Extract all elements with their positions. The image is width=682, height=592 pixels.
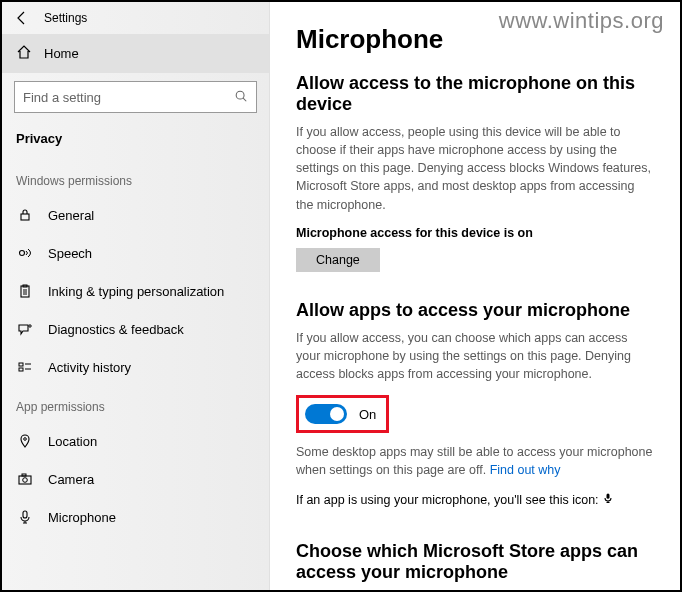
search-icon <box>234 89 248 106</box>
sidebar-item-camera[interactable]: Camera <box>2 460 269 498</box>
sidebar-item-diagnostics[interactable]: Diagnostics & feedback <box>2 310 269 348</box>
sidebar-item-label: Speech <box>48 246 92 261</box>
sidebar-item-label: General <box>48 208 94 223</box>
back-icon[interactable] <box>14 10 30 26</box>
sidebar-item-label: Location <box>48 434 97 449</box>
sidebar-item-label: Camera <box>48 472 94 487</box>
speech-icon <box>16 245 34 261</box>
svg-rect-19 <box>607 494 610 499</box>
toggle-label: On <box>359 407 376 422</box>
section3-heading: Choose which Microsoft Store apps can ac… <box>296 541 654 583</box>
svg-point-3 <box>20 251 25 256</box>
apps-access-toggle[interactable] <box>305 404 347 424</box>
home-nav[interactable]: Home <box>2 34 269 73</box>
app-title: Settings <box>44 11 87 25</box>
sidebar-item-label: Diagnostics & feedback <box>48 322 184 337</box>
toggle-highlight: On <box>296 395 389 433</box>
microphone-icon <box>16 509 34 525</box>
svg-rect-11 <box>19 368 23 371</box>
section1-heading: Allow access to the microphone on this d… <box>296 73 654 115</box>
group-windows-permissions: Windows permissions <box>2 160 269 196</box>
sidebar-item-label: Inking & typing personalization <box>48 284 224 299</box>
sidebar-item-speech[interactable]: Speech <box>2 234 269 272</box>
camera-icon <box>16 471 34 487</box>
location-icon <box>16 433 34 449</box>
sidebar-item-activity[interactable]: Activity history <box>2 348 269 386</box>
sidebar-item-general[interactable]: General <box>2 196 269 234</box>
change-button[interactable]: Change <box>296 248 380 272</box>
category-label: Privacy <box>2 121 269 160</box>
clipboard-icon <box>16 283 34 299</box>
svg-point-0 <box>236 91 244 99</box>
sidebar-item-inking[interactable]: Inking & typing personalization <box>2 272 269 310</box>
in-use-note: If an app is using your microphone, you'… <box>296 491 654 510</box>
main-content: Microphone Allow access to the microphon… <box>270 2 680 590</box>
sidebar-item-location[interactable]: Location <box>2 422 269 460</box>
sidebar-item-label: Activity history <box>48 360 131 375</box>
lock-icon <box>16 207 34 223</box>
page-title: Microphone <box>296 24 654 55</box>
svg-line-1 <box>243 98 246 101</box>
microphone-indicator-icon <box>602 491 614 510</box>
svg-point-14 <box>24 438 27 441</box>
home-label: Home <box>44 46 79 61</box>
desktop-apps-note: Some desktop apps may still be able to a… <box>296 443 654 479</box>
feedback-icon <box>16 321 34 337</box>
svg-rect-18 <box>23 511 27 518</box>
section2-desc: If you allow access, you can choose whic… <box>296 329 654 383</box>
activity-icon <box>16 359 34 375</box>
svg-rect-2 <box>21 214 29 220</box>
home-icon <box>16 44 32 63</box>
sidebar-item-microphone[interactable]: Microphone <box>2 498 269 536</box>
svg-point-9 <box>29 325 31 327</box>
svg-point-16 <box>23 478 28 483</box>
search-input[interactable]: Find a setting <box>14 81 257 113</box>
svg-rect-17 <box>22 474 26 476</box>
section2-heading: Allow apps to access your microphone <box>296 300 654 321</box>
group-app-permissions: App permissions <box>2 386 269 422</box>
sidebar-item-label: Microphone <box>48 510 116 525</box>
search-placeholder: Find a setting <box>23 90 234 105</box>
svg-rect-10 <box>19 363 23 366</box>
section1-desc: If you allow access, people using this d… <box>296 123 654 214</box>
find-out-why-link[interactable]: Find out why <box>490 463 561 477</box>
access-status: Microphone access for this device is on <box>296 226 654 240</box>
sidebar: Settings Home Find a setting Privacy Win… <box>2 2 270 590</box>
